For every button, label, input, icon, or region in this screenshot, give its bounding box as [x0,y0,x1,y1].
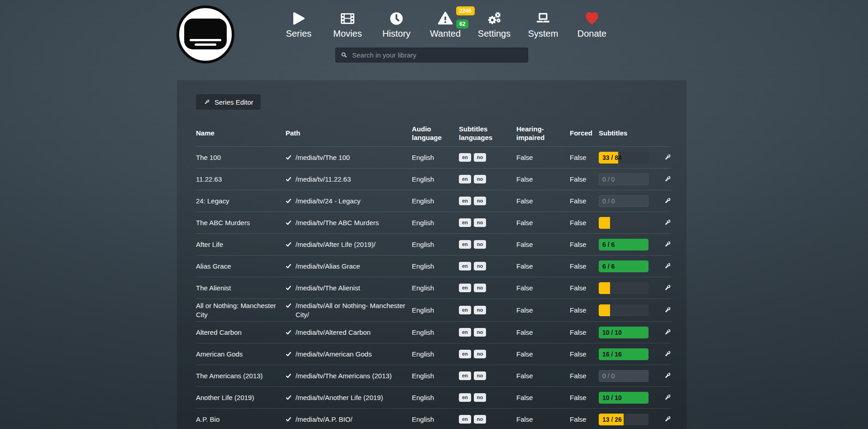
edit-wrench-icon[interactable] [663,306,671,314]
subtitle-language-badge: no [474,284,486,292]
edit-wrench-icon[interactable] [663,154,671,161]
subtitle-language-badge: en [459,393,471,402]
nav-item-system[interactable]: System [519,9,568,39]
search-bar[interactable] [335,48,528,63]
series-path-cell: /media/tv/Alias Grace [286,262,412,271]
subtitle-languages-cell: enno [459,218,516,227]
progress-fill [599,217,610,229]
forced-value: False [570,262,599,270]
subtitles-cell: 16 / 16 [599,348,659,360]
search-input[interactable] [352,51,523,59]
series-path-cell: /media/tv/A.P. BIO/ [286,415,412,424]
nav-item-series[interactable]: Series [274,9,323,39]
subtitles-cell: 13 / 26 [599,414,659,425]
series-name[interactable]: American Gods [196,350,286,359]
row-actions [659,394,671,401]
series-path: /media/tv/The Americans (2013) [296,371,392,381]
table-row: Alias Grace /media/tv/Alias Grace Englis… [196,255,671,277]
series-name[interactable]: The Americans (2013) [196,371,286,381]
table-row: The Americans (2013) /media/tv/The Ameri… [196,365,671,386]
subtitles-cell [599,304,659,316]
edit-wrench-icon[interactable] [663,415,671,423]
subtitles-cell: 33 / 84 [599,152,659,164]
nav-item-label: History [382,28,410,39]
series-name[interactable]: After Life [196,240,286,249]
series-path-cell: /media/tv/All or Nothing- Manchester Cit… [286,301,412,319]
series-editor-button[interactable]: Series Editor [196,94,261,110]
row-actions [659,241,671,248]
series-path-cell: /media/tv/11.22.63 [286,175,412,184]
series-name[interactable]: Altered Carbon [196,328,286,337]
progress-label: 0 / 0 [602,372,615,380]
row-actions [659,175,671,183]
subtitles-cell [599,217,659,229]
subtitle-language-badge: no [474,197,486,205]
progress-label: 13 / 26 [602,416,622,423]
series-name[interactable]: All or Nothing: Manchester City [196,301,286,319]
series-path: /media/tv/Another Life (2019) [296,393,383,402]
subtitle-languages-cell: enno [459,371,516,380]
series-path: /media/tv/Altered Carbon [296,328,371,337]
subtitle-language-badge: en [459,175,471,183]
row-actions [659,372,671,380]
forced-value: False [570,350,599,358]
subtitle-language-badge: en [459,197,471,205]
edit-wrench-icon[interactable] [663,175,671,183]
check-icon [286,263,291,269]
edit-wrench-icon[interactable] [663,372,671,380]
subtitles-progress-bar [599,282,649,294]
nav-item-label: System [528,28,558,39]
edit-wrench-icon[interactable] [663,262,671,270]
audio-language-value: English [412,372,459,380]
edit-wrench-icon[interactable] [663,197,671,205]
nav-item-movies[interactable]: Movies [323,9,372,39]
series-path-cell: /media/tv/The Americans (2013) [286,371,412,381]
check-icon [286,198,291,204]
warning-triangle-icon [438,9,453,28]
subtitles-progress-bar: 0 / 0 [599,370,649,382]
series-name[interactable]: Another Life (2019) [196,393,286,402]
nav-item-donate[interactable]: Donate [568,9,616,39]
table-row: The ABC Murders /media/tv/The ABC Murder… [196,212,671,233]
forced-value: False [570,219,599,227]
series-name[interactable]: The ABC Murders [196,218,286,227]
subtitle-language-badge: en [459,284,471,292]
series-name[interactable]: 11.22.63 [196,175,286,184]
series-path: /media/tv/All or Nothing- Manchester Cit… [296,301,405,319]
column-header: Forced [570,129,599,138]
edit-wrench-icon[interactable] [663,328,671,336]
progress-label: 6 / 6 [602,241,615,248]
subtitle-language-badge: no [474,393,486,402]
edit-wrench-icon[interactable] [663,394,671,401]
column-header: Subtitles [599,129,659,138]
table-row: All or Nothing: Manchester City /media/t… [196,299,671,321]
row-actions [659,350,671,358]
nav-item-settings[interactable]: Settings [470,9,519,39]
subtitles-cell [599,282,659,294]
series-name[interactable]: A.P. Bio [196,415,286,424]
subtitle-languages-cell: enno [459,350,516,358]
hearing-impaired-value: False [516,306,570,314]
subtitle-language-badge: en [459,306,471,314]
series-name[interactable]: The Alienist [196,284,286,293]
forced-value: False [570,328,599,336]
bazarr-logo[interactable] [176,5,234,63]
subtitles-progress-bar: 0 / 0 [599,195,649,207]
table-row: The 100 /media/tv/The 100 English enno F… [196,146,671,168]
series-name[interactable]: The 100 [196,153,286,162]
series-name[interactable]: Alias Grace [196,262,286,271]
subtitle-language-badge: no [474,415,486,424]
row-actions [659,328,671,336]
edit-wrench-icon[interactable] [663,284,671,292]
logo-circle-icon [176,5,234,63]
table-row: 11.22.63 /media/tv/11.22.63 English enno… [196,168,671,190]
nav-item-history[interactable]: History [372,9,421,39]
edit-wrench-icon[interactable] [663,241,671,248]
edit-wrench-icon[interactable] [663,350,671,358]
nav-item-wanted[interactable]: Wanted 224662 [421,9,470,39]
edit-wrench-icon[interactable] [663,219,671,227]
series-name[interactable]: 24: Legacy [196,197,286,206]
audio-language-value: English [412,175,459,183]
wrench-icon [203,99,210,106]
subtitle-languages-cell: enno [459,306,516,314]
